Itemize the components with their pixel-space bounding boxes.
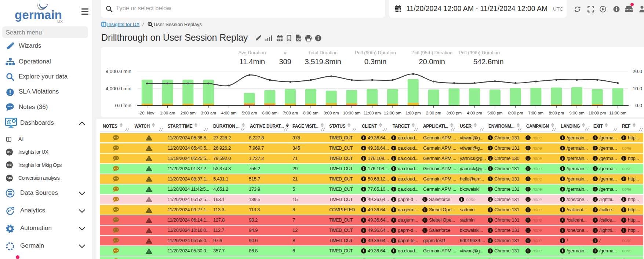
svg-text:3:00 am: 3:00 am xyxy=(201,111,216,115)
svg-text:8,000.0 min: 8,000.0 min xyxy=(105,69,131,74)
svg-text:4:00 am: 4:00 am xyxy=(221,111,237,115)
svg-text:0.0: 0.0 xyxy=(635,103,642,108)
svg-text:8:00 am: 8:00 am xyxy=(303,111,319,115)
svg-text:5:00 am: 5:00 am xyxy=(242,111,257,115)
svg-text:2:00 pm: 2:00 pm xyxy=(426,111,441,115)
svg-text:20.0: 20.0 xyxy=(633,69,642,74)
svg-text:9:00 pm: 9:00 pm xyxy=(569,111,585,115)
svg-text:6:00 am: 6:00 am xyxy=(262,111,278,115)
svg-text:7:00 pm: 7:00 pm xyxy=(528,111,544,115)
svg-text:10:00 pm: 10:00 pm xyxy=(589,111,606,115)
svg-text:1:00 am: 1:00 am xyxy=(160,111,175,115)
svg-text:2:00 am: 2:00 am xyxy=(181,111,196,115)
svg-text:6:00 pm: 6:00 pm xyxy=(508,111,523,115)
svg-text:7:00 am: 7:00 am xyxy=(283,111,298,115)
svg-text:12:00 pm: 12:00 pm xyxy=(384,111,401,115)
svg-text:8:00 pm: 8:00 pm xyxy=(549,111,564,115)
svg-text:9:00 am: 9:00 am xyxy=(324,111,339,115)
svg-text:4,000.0 min: 4,000.0 min xyxy=(105,86,131,91)
svg-text:10:00 am: 10:00 am xyxy=(343,111,361,115)
svg-text:20. Nov: 20. Nov xyxy=(140,111,154,115)
svg-text:1:00 pm: 1:00 pm xyxy=(405,111,421,115)
svg-text:11:00 am: 11:00 am xyxy=(364,111,381,115)
svg-text:0.0 min: 0.0 min xyxy=(115,103,131,108)
svg-text:4:00 pm: 4:00 pm xyxy=(467,111,482,115)
svg-text:11:00 pm: 11:00 pm xyxy=(609,111,626,115)
svg-text:10.0: 10.0 xyxy=(633,86,642,91)
svg-text:5:00 pm: 5:00 pm xyxy=(487,111,503,115)
svg-text:3:00 pm: 3:00 pm xyxy=(447,111,462,115)
